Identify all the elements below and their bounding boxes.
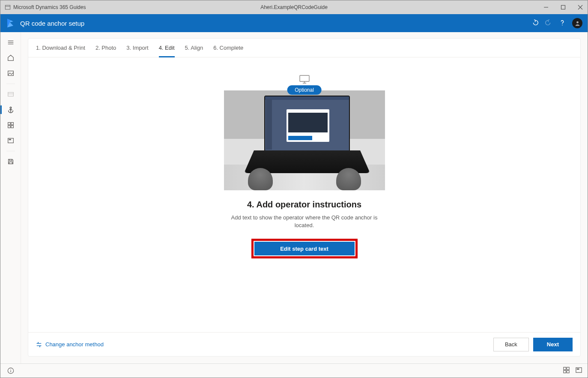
svg-rect-19 xyxy=(8,126,10,128)
svg-rect-25 xyxy=(300,75,309,81)
window-minimize-button[interactable] xyxy=(543,4,549,10)
nav-panel-preview-button[interactable] xyxy=(0,134,21,147)
svg-point-6 xyxy=(562,24,563,25)
document-name-label: Aheri.ExampleQRCodeGuide xyxy=(260,4,328,10)
nav-image-button[interactable] xyxy=(0,66,21,80)
svg-rect-35 xyxy=(564,370,566,373)
svg-rect-34 xyxy=(567,367,569,370)
tab-import[interactable]: 3. Import xyxy=(126,39,148,57)
svg-point-7 xyxy=(576,21,579,23)
edit-step-card-text-button[interactable]: Edit step card text xyxy=(254,242,355,255)
monitor-icon xyxy=(299,75,310,86)
window-maximize-button[interactable] xyxy=(560,4,566,10)
nav-home-button[interactable] xyxy=(0,51,21,65)
user-avatar[interactable] xyxy=(572,18,582,28)
redo-button[interactable] xyxy=(545,19,552,28)
optional-badge: Optional xyxy=(287,85,322,95)
app-window-icon xyxy=(5,4,11,10)
panel-view-icon[interactable] xyxy=(575,366,582,375)
card-footer: Change anchor method Back Next xyxy=(28,332,580,356)
svg-rect-21 xyxy=(8,138,13,143)
svg-rect-33 xyxy=(564,367,566,370)
nav-save-button[interactable] xyxy=(0,155,21,168)
tab-align[interactable]: 5. Align xyxy=(185,39,203,57)
svg-rect-3 xyxy=(561,6,565,9)
grid-view-icon[interactable] xyxy=(563,366,570,375)
hero-illustration: Optional xyxy=(224,90,385,190)
nav-grid-button[interactable] xyxy=(0,118,21,132)
stage-content: Optional xyxy=(28,57,580,332)
status-bar xyxy=(0,363,588,378)
nav-panel-button[interactable] xyxy=(0,87,21,101)
tab-complete[interactable]: 6. Complete xyxy=(213,39,243,57)
back-button[interactable]: Back xyxy=(493,338,529,351)
dynamics-logo-icon xyxy=(6,18,16,28)
svg-rect-12 xyxy=(8,93,13,96)
info-icon[interactable] xyxy=(0,367,21,374)
svg-rect-23 xyxy=(9,159,12,161)
app-name-label: Microsoft Dynamics 365 Guides xyxy=(13,4,86,10)
stage-title: 4. Add operator instructions xyxy=(247,200,361,210)
app-header: QR code anchor setup xyxy=(0,14,588,32)
svg-rect-36 xyxy=(567,370,569,373)
help-button[interactable] xyxy=(558,19,566,28)
laptop-illustration xyxy=(224,90,385,190)
svg-rect-37 xyxy=(576,368,582,372)
next-button[interactable]: Next xyxy=(533,338,573,351)
svg-rect-24 xyxy=(9,162,12,164)
window-titlebar: Microsoft Dynamics 365 Guides Aheri.Exam… xyxy=(0,0,588,14)
svg-rect-18 xyxy=(11,123,13,125)
undo-button[interactable] xyxy=(531,19,539,28)
tab-edit[interactable]: 4. Edit xyxy=(159,39,175,57)
nav-hamburger-button[interactable] xyxy=(0,36,21,49)
svg-rect-22 xyxy=(9,139,11,140)
svg-point-14 xyxy=(10,107,12,109)
svg-rect-38 xyxy=(577,369,579,370)
page-title: QR code anchor setup xyxy=(20,20,84,27)
svg-point-32 xyxy=(10,369,11,369)
nav-anchor-button[interactable] xyxy=(0,103,21,117)
stage-description: Add text to show the operator where the … xyxy=(227,214,382,229)
window-close-button[interactable] xyxy=(577,4,583,10)
change-anchor-method-label: Change anchor method xyxy=(45,341,104,348)
svg-rect-0 xyxy=(5,5,10,9)
svg-rect-20 xyxy=(11,126,13,128)
tab-download-print[interactable]: 1. Download & Print xyxy=(36,39,85,57)
change-anchor-method-link[interactable]: Change anchor method xyxy=(36,341,104,348)
left-nav xyxy=(0,32,21,363)
tab-photo[interactable]: 2. Photo xyxy=(96,39,116,57)
cta-highlight-box: Edit step card text xyxy=(251,239,358,258)
anchor-setup-card: 1. Download & Print 2. Photo 3. Import 4… xyxy=(28,38,581,357)
step-tabs: 1. Download & Print 2. Photo 3. Import 4… xyxy=(28,39,580,57)
svg-rect-17 xyxy=(8,123,10,125)
